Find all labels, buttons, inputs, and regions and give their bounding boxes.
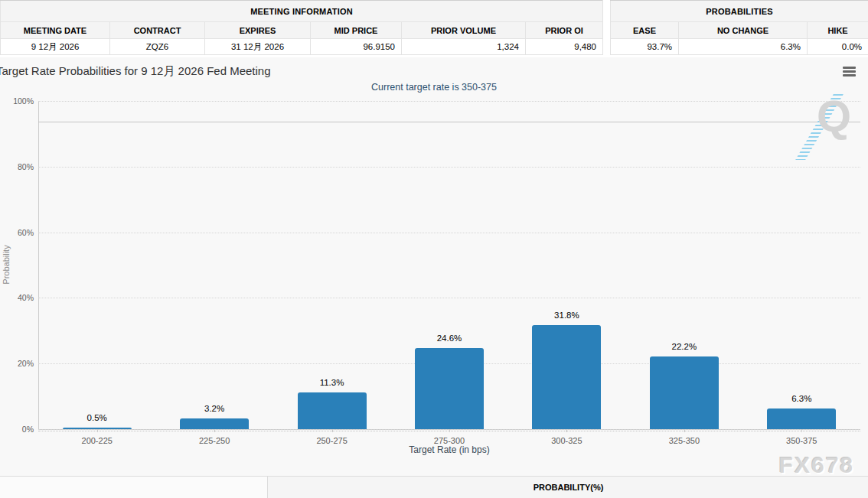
- no-change-value: 6.3%: [679, 39, 808, 55]
- meeting-date-value: 9 12月 2026: [1, 39, 110, 55]
- y-gridline: [38, 167, 860, 168]
- plot-area: 0%20%40%60%80%100%0.5%200-2253.2%225-250…: [38, 101, 860, 429]
- bar: [767, 408, 836, 429]
- bar-value-label: 24.6%: [407, 334, 491, 343]
- y-axis-title: Probability: [2, 245, 11, 284]
- col-prior-oi: PRIOR OI: [526, 22, 603, 39]
- col-meeting-date: MEETING DATE: [1, 22, 110, 39]
- x-tick-mark: [449, 429, 450, 432]
- bar: [180, 418, 249, 429]
- hamburger-icon: [843, 74, 856, 76]
- x-tick-mark: [332, 429, 333, 432]
- bar-value-label: 22.2%: [642, 342, 726, 351]
- bar-value-label: 6.3%: [759, 394, 844, 403]
- y-gridline: [38, 233, 860, 233]
- chart-context-menu-button[interactable]: [843, 67, 856, 77]
- bar-value-label: 3.2%: [172, 404, 256, 413]
- y-tick-label: 80%: [2, 162, 34, 171]
- hike-value: 0.0%: [808, 39, 868, 55]
- x-tick-mark: [801, 429, 802, 432]
- footer-left-cell: [0, 477, 268, 498]
- bar: [415, 348, 484, 429]
- y-gridline: [38, 101, 860, 102]
- y-tick-label: 40%: [2, 293, 34, 302]
- col-contract: CONTRACT: [110, 22, 205, 39]
- y-tick-label: 100%: [2, 96, 34, 106]
- y-axis-line: [38, 101, 39, 429]
- y-tick-label: 0%: [2, 425, 34, 434]
- x-axis-title: Target Rate (in bps): [38, 444, 860, 455]
- prior-oi-value: 9,480: [526, 39, 603, 55]
- x-tick-mark: [566, 429, 567, 432]
- chart-title: Target Rate Probabilities for 9 12月 2026…: [0, 64, 271, 79]
- x-tick-mark: [214, 429, 215, 432]
- hamburger-icon: [843, 67, 856, 69]
- col-prior-volume: PRIOR VOLUME: [402, 22, 526, 39]
- quikstrike-logo-watermark: Q: [817, 94, 851, 138]
- bar: [532, 325, 601, 429]
- footer-bar: PROBABILITY(%): [0, 476, 868, 498]
- col-mid-price: MID PRICE: [311, 22, 402, 39]
- probabilities-table: PROBABILITIES EASE NO CHANGE HIKE 93.7% …: [610, 0, 868, 55]
- mid-price-value: 96.9150: [311, 39, 402, 55]
- x-tick-mark: [684, 429, 685, 432]
- probabilities-title: PROBABILITIES: [611, 1, 868, 22]
- ease-value: 93.7%: [611, 39, 679, 55]
- hamburger-icon: [843, 70, 856, 73]
- col-hike: HIKE: [808, 22, 868, 39]
- bar-value-label: 11.3%: [290, 378, 374, 387]
- expires-value: 31 12月 2026: [205, 39, 311, 55]
- y-tick-label: 60%: [2, 228, 34, 237]
- x-tick-mark: [97, 429, 98, 432]
- prior-volume-value: 1,324: [402, 39, 526, 55]
- bar: [650, 356, 719, 429]
- col-no-change: NO CHANGE: [679, 22, 808, 39]
- footer-probability-header: PROBABILITY(%): [269, 477, 868, 498]
- meeting-information-table: MEETING INFORMATION MEETING DATE CONTRAC…: [0, 0, 603, 55]
- top-tables: MEETING INFORMATION MEETING DATE CONTRAC…: [0, 0, 868, 57]
- fedwatch-tool: MEETING INFORMATION MEETING DATE CONTRAC…: [0, 0, 868, 498]
- bar-value-label: 0.5%: [55, 413, 139, 422]
- col-ease: EASE: [611, 22, 679, 39]
- y-tick-label: 20%: [2, 359, 34, 368]
- chart-subtitle: Current target rate is 350-375: [0, 82, 868, 93]
- contract-value: ZQZ6: [110, 39, 205, 55]
- fx678-watermark: FX678: [779, 454, 854, 477]
- y-gridline: [38, 298, 860, 298]
- bar: [298, 392, 367, 429]
- meeting-information-title: MEETING INFORMATION: [1, 1, 603, 22]
- col-expires: EXPIRES: [205, 22, 311, 39]
- bar-value-label: 31.8%: [524, 311, 609, 320]
- plot-line: [38, 122, 860, 122]
- probability-chart: Target Rate Probabilities for 9 12月 2026…: [0, 57, 868, 476]
